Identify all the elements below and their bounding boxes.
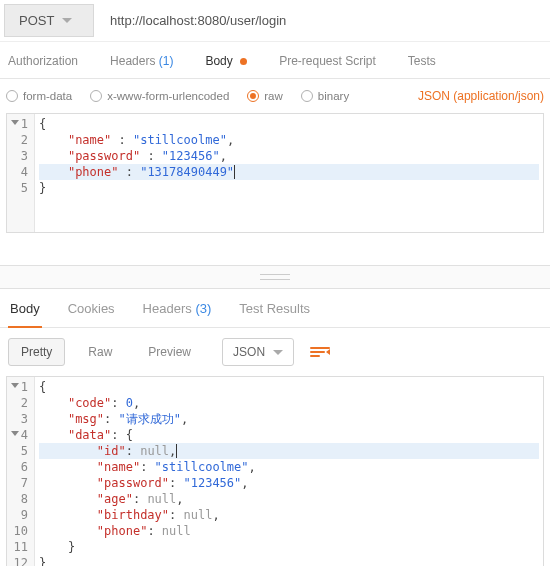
request-tabs: Authorization Headers (1) Body Pre-reque… [0,42,550,79]
response-toolbar: Pretty Raw Preview JSON [0,328,550,376]
code-area[interactable]: { "name" : "stillcoolme", "password" : "… [35,114,543,232]
radio-binary[interactable]: binary [301,90,349,102]
resp-tab-headers[interactable]: Headers (3) [141,301,214,327]
tab-tests[interactable]: Tests [406,54,438,78]
content-type-dropdown[interactable]: JSON (application/json) [418,89,544,103]
request-body-editor[interactable]: 1 2 3 4 5 { "name" : "stillcoolme", "pas… [6,113,544,233]
response-tabs: Body Cookies Headers (3) Test Results [0,289,550,328]
view-pretty-button[interactable]: Pretty [8,338,65,366]
editor-gutter: 1 2 3 4 5 6 7 8 9 10 11 12 [7,377,35,566]
wrap-lines-icon[interactable] [310,342,330,362]
fold-arrow-icon [11,120,19,125]
url-input[interactable] [100,4,546,37]
body-type-row: form-data x-www-form-urlencoded raw bina… [0,79,550,113]
text-cursor-icon [176,444,177,458]
radio-binary-label: binary [318,90,349,102]
radio-icon [90,90,102,102]
editor-gutter: 1 2 3 4 5 [7,114,35,232]
chevron-down-icon [273,350,283,355]
radio-formdata[interactable]: form-data [6,90,72,102]
method-dropdown[interactable]: POST [4,4,94,37]
code-area[interactable]: { "code": 0, "msg": "请求成功", "data": { "i… [35,377,543,566]
fold-arrow-icon [11,431,19,436]
method-label: POST [19,13,54,28]
format-label: JSON [233,345,265,359]
tab-headers-label: Headers [110,54,155,68]
request-row: POST [0,0,550,42]
radio-icon [6,90,18,102]
view-raw-button[interactable]: Raw [75,338,125,366]
tab-body-label: Body [205,54,232,68]
headers-count-badge: (1) [159,54,174,68]
text-cursor-icon [234,165,235,179]
fold-arrow-icon [11,383,19,388]
resp-tab-body[interactable]: Body [8,301,42,328]
resp-tab-cookies[interactable]: Cookies [66,301,117,327]
tab-authorization[interactable]: Authorization [6,54,80,78]
chevron-down-icon [62,18,72,23]
radio-icon [301,90,313,102]
pane-divider[interactable] [0,265,550,289]
radio-urlencoded[interactable]: x-www-form-urlencoded [90,90,229,102]
tab-prerequest[interactable]: Pre-request Script [277,54,378,78]
tab-body[interactable]: Body [203,54,249,78]
response-body-editor[interactable]: 1 2 3 4 5 6 7 8 9 10 11 12 { "code": 0, … [6,376,544,566]
radio-formdata-label: form-data [23,90,72,102]
tab-headers[interactable]: Headers (1) [108,54,175,78]
view-preview-button[interactable]: Preview [135,338,204,366]
unsaved-dot-icon [240,58,247,65]
radio-raw-label: raw [264,90,283,102]
resp-tab-test-results[interactable]: Test Results [237,301,312,327]
radio-urlencoded-label: x-www-form-urlencoded [107,90,229,102]
resp-tab-headers-label: Headers [143,301,192,316]
radio-icon [247,90,259,102]
format-dropdown[interactable]: JSON [222,338,294,366]
radio-raw[interactable]: raw [247,90,283,102]
resp-headers-count-badge: (3) [195,301,211,316]
